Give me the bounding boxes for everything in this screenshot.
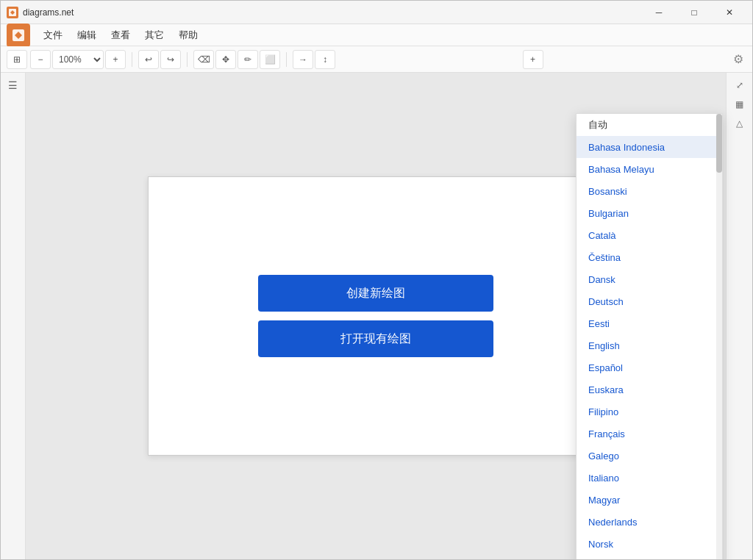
- menu-item-edit[interactable]: 编辑: [70, 26, 104, 45]
- gear-icon[interactable]: ⚙: [730, 49, 746, 69]
- welcome-dialog: 创建新绘图 打开现有绘图 语言: [148, 176, 604, 456]
- window-controls: ─ □ ✕: [642, 1, 746, 24]
- main-area: ☰ 创建新绘图 打开现有绘图 语言 ⤢ ▦ △ 自动Bahasa Indones…: [1, 73, 752, 559]
- panel-icon[interactable]: ▦: [730, 95, 749, 114]
- undo-button[interactable]: ↩: [138, 50, 159, 69]
- language-item[interactable]: Bahasa Indonesia: [577, 136, 716, 158]
- app-icon: [7, 7, 18, 18]
- toolbar-view-group: ⊞: [7, 50, 27, 69]
- menu-item-file[interactable]: 文件: [36, 26, 70, 45]
- language-item[interactable]: Dansk: [577, 268, 716, 290]
- toolbar: ⊞ − 100% 75% 150% + ↩ ↪ ⌫ ✥ ✏ ⬜ → ↕ +: [1, 46, 752, 73]
- language-item[interactable]: English: [577, 334, 716, 356]
- minimize-button[interactable]: ─: [642, 1, 676, 24]
- add-button[interactable]: +: [523, 50, 543, 69]
- toolbar-connect-group: → ↕: [293, 50, 335, 69]
- zoom-select[interactable]: 100% 75% 150%: [52, 50, 104, 69]
- toolbar-tools-group: ⌫ ✥ ✏ ⬜: [193, 50, 280, 69]
- dropdown-scrollbar[interactable]: [716, 114, 722, 559]
- sidebar-toggle-icon[interactable]: ☰: [4, 76, 23, 95]
- shape-button[interactable]: ⬜: [260, 50, 280, 69]
- zoom-in-button[interactable]: +: [105, 50, 126, 69]
- fullscreen-icon[interactable]: ⤢: [730, 76, 749, 95]
- redo-button[interactable]: ↪: [160, 50, 181, 69]
- menu-item-view[interactable]: 查看: [104, 26, 138, 45]
- close-button[interactable]: ✕: [713, 1, 746, 24]
- toolbar-divider-3: [286, 52, 287, 67]
- toolbar-history-group: ↩ ↪: [138, 50, 181, 69]
- language-item[interactable]: Nederlands: [577, 511, 716, 533]
- move-button[interactable]: ✥: [215, 50, 236, 69]
- fit-page-button[interactable]: ⊞: [7, 50, 27, 69]
- language-item[interactable]: Polski: [577, 555, 716, 559]
- menu-item-extras[interactable]: 其它: [138, 26, 171, 45]
- toolbar-divider-1: [132, 52, 132, 67]
- title-bar: diagrams.net ─ □ ✕: [1, 1, 752, 24]
- language-item[interactable]: Norsk: [577, 533, 716, 555]
- scrollbar-thumb: [716, 114, 722, 173]
- restore-button[interactable]: □: [677, 1, 711, 24]
- right-panel: ⤢ ▦ △: [726, 73, 752, 559]
- delete-button[interactable]: ⌫: [193, 50, 214, 69]
- language-item[interactable]: Bosanski: [577, 180, 716, 202]
- menu-bar: 文件 编辑 查看 其它 帮助: [1, 24, 752, 46]
- language-item[interactable]: Català: [577, 224, 716, 246]
- language-dropdown: 自动Bahasa IndonesiaBahasa MelayuBosanskiB…: [576, 113, 723, 559]
- menu-item-help[interactable]: 帮助: [171, 26, 205, 45]
- language-item[interactable]: Euskara: [577, 378, 716, 401]
- language-item[interactable]: Čeština: [577, 246, 716, 268]
- app-window: diagrams.net ─ □ ✕ 文件 编辑 查看 其它 帮助 ⊞ − 10…: [0, 0, 753, 560]
- logo: [7, 24, 30, 47]
- toolbar-divider-2: [187, 52, 188, 67]
- collapse-icon[interactable]: △: [730, 114, 749, 133]
- connect-button[interactable]: →: [293, 50, 313, 69]
- language-item[interactable]: Español: [577, 356, 716, 378]
- create-new-button[interactable]: 创建新绘图: [258, 275, 493, 312]
- pen-button[interactable]: ✏: [238, 50, 258, 69]
- language-item[interactable]: Italiano: [577, 467, 716, 489]
- language-item[interactable]: Filipino: [577, 401, 716, 423]
- language-item[interactable]: Eesti: [577, 312, 716, 334]
- left-sidebar: ☰: [1, 73, 26, 559]
- open-existing-button[interactable]: 打开现有绘图: [258, 320, 493, 357]
- language-item[interactable]: Deutsch: [577, 290, 716, 312]
- language-item[interactable]: Magyar: [577, 489, 716, 511]
- toolbar-zoom-group: − 100% 75% 150% +: [30, 50, 126, 69]
- window-title: diagrams.net: [23, 7, 642, 18]
- language-item[interactable]: Galego: [577, 445, 716, 467]
- language-list: 自动Bahasa IndonesiaBahasa MelayuBosanskiB…: [577, 114, 722, 559]
- language-item[interactable]: Bulgarian: [577, 202, 716, 224]
- waypoint-button[interactable]: ↕: [315, 50, 335, 69]
- zoom-out-button[interactable]: −: [30, 50, 51, 69]
- language-item[interactable]: 自动: [577, 114, 716, 136]
- language-item[interactable]: Français: [577, 423, 716, 445]
- language-item[interactable]: Bahasa Melayu: [577, 158, 716, 180]
